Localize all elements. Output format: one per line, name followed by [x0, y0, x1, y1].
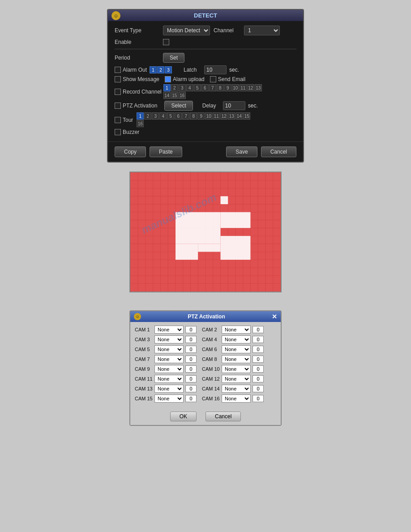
- tour-num-10[interactable]: 10: [205, 112, 212, 120]
- tour-checkbox[interactable]: [115, 117, 121, 123]
- ptz-cam16-select[interactable]: None: [222, 395, 251, 403]
- tour-num-16[interactable]: 16: [137, 120, 144, 127]
- tour-num-11[interactable]: 11: [213, 112, 220, 120]
- ptz-cam1-select[interactable]: None: [154, 326, 184, 334]
- rec-num-16[interactable]: 16: [179, 92, 186, 99]
- rec-num-4[interactable]: 4: [186, 84, 193, 91]
- rec-num-2[interactable]: 2: [171, 84, 178, 91]
- ptz-cam1-input[interactable]: [185, 326, 197, 333]
- tour-num-5[interactable]: 5: [167, 112, 174, 120]
- tour-num-2[interactable]: 2: [144, 112, 151, 120]
- tour-num-15[interactable]: 15: [243, 112, 250, 120]
- ptz-cam8-input[interactable]: [253, 356, 264, 363]
- rec-num-14[interactable]: 14: [163, 92, 171, 99]
- ptz-cam2-input[interactable]: [253, 326, 264, 333]
- tour-num-8[interactable]: 8: [190, 112, 197, 120]
- show-message-checkbox[interactable]: [115, 76, 121, 82]
- rec-num-13[interactable]: 13: [255, 84, 262, 91]
- ptz-activation-checkbox[interactable]: [115, 103, 121, 109]
- ptz-cam2-select[interactable]: None: [222, 326, 251, 334]
- send-email-checkbox[interactable]: [210, 76, 216, 82]
- ptz-cam15-input[interactable]: [185, 395, 197, 402]
- ptz-cam16-input[interactable]: [253, 395, 264, 402]
- alarm-num-2[interactable]: 2: [157, 66, 164, 73]
- rec-num-10[interactable]: 10: [232, 84, 239, 91]
- rec-num-5[interactable]: 5: [194, 84, 201, 91]
- rec-num-7[interactable]: 7: [209, 84, 216, 91]
- ptz-cam5-select[interactable]: None: [154, 345, 184, 353]
- ptz-cam10-input[interactable]: [253, 365, 264, 373]
- rec-num-12[interactable]: 12: [247, 84, 254, 91]
- tour-num-7[interactable]: 7: [182, 112, 189, 120]
- channel-select[interactable]: 1: [244, 26, 280, 35]
- ptz-cam6-input[interactable]: [253, 346, 264, 353]
- latch-label: Latch: [184, 67, 201, 73]
- ptz-cam12-label: CAM 12: [202, 376, 220, 382]
- rec-num-9[interactable]: 9: [224, 84, 231, 91]
- ptz-cam4-input[interactable]: [253, 336, 264, 343]
- cancel-button[interactable]: Cancel: [261, 146, 296, 157]
- period-set-button[interactable]: Set: [163, 53, 184, 63]
- tour-num-14[interactable]: 14: [235, 112, 243, 120]
- tour-num-9[interactable]: 9: [197, 112, 205, 120]
- alarm-num-3[interactable]: 3: [165, 66, 172, 73]
- ptz-ok-button[interactable]: OK: [170, 412, 197, 421]
- ptz-cancel-button[interactable]: Cancel: [206, 412, 241, 421]
- ptz-row-8: CAM 15 None CAM 16 None: [135, 395, 276, 403]
- ptz-select-button[interactable]: Select: [164, 101, 193, 111]
- ptz-cam10-label: CAM 10: [202, 366, 220, 372]
- ptz-close-button[interactable]: ✕: [272, 313, 277, 320]
- record-numbers: 1 2 3 4 5 6 7 8 9 10 11 12 13 14 15 16: [163, 84, 262, 99]
- motion-grid[interactable]: [129, 172, 282, 292]
- tour-num-13[interactable]: 13: [228, 112, 235, 120]
- event-type-select[interactable]: Motion Detect: [163, 26, 210, 35]
- delay-input[interactable]: [223, 101, 245, 110]
- ptz-row-3: CAM 5 None CAM 6 None: [135, 345, 276, 353]
- rec-num-1[interactable]: 1: [163, 84, 171, 91]
- ptz-cam9-input[interactable]: [185, 365, 197, 373]
- rec-num-15[interactable]: 15: [171, 92, 178, 99]
- tour-num-3[interactable]: 3: [152, 112, 159, 120]
- ptz-cam14-input[interactable]: [253, 385, 264, 392]
- ptz-cam11-select[interactable]: None: [154, 375, 184, 383]
- ptz-cam13-input[interactable]: [185, 385, 197, 392]
- ptz-cam12-input[interactable]: [253, 375, 264, 382]
- rec-num-8[interactable]: 8: [217, 84, 224, 91]
- tour-num-6[interactable]: 6: [175, 112, 182, 120]
- record-channel-checkbox[interactable]: [115, 89, 121, 95]
- alarm-num-1[interactable]: 1: [150, 66, 157, 73]
- rec-num-3[interactable]: 3: [179, 84, 186, 91]
- enable-checkbox[interactable]: [163, 39, 169, 45]
- rec-num-6[interactable]: 6: [201, 84, 209, 91]
- ptz-cam9-select[interactable]: None: [154, 365, 184, 373]
- rec-num-11[interactable]: 11: [240, 84, 247, 91]
- ptz-cam10-select[interactable]: None: [222, 365, 251, 373]
- ptz-cam3-select[interactable]: None: [154, 335, 184, 343]
- ptz-cam14-select[interactable]: None: [222, 385, 251, 393]
- tour-num-12[interactable]: 12: [220, 112, 227, 120]
- ptz-cam15-select[interactable]: None: [154, 395, 184, 403]
- ptz-cam11-input[interactable]: [185, 375, 197, 382]
- tour-text: Tour: [123, 117, 133, 123]
- ptz-cam3-input[interactable]: [185, 336, 197, 343]
- delay-unit: sec.: [248, 103, 258, 109]
- copy-button[interactable]: Copy: [115, 146, 146, 157]
- ptz-cam12-select[interactable]: None: [222, 375, 251, 383]
- paste-button[interactable]: Paste: [150, 146, 182, 157]
- latch-input[interactable]: [204, 65, 227, 74]
- tour-num-4[interactable]: 4: [159, 112, 167, 120]
- save-button[interactable]: Save: [226, 146, 257, 157]
- buzzer-label: Buzzer: [115, 129, 139, 135]
- ptz-cam7-select[interactable]: None: [154, 355, 184, 363]
- alarm-out-checkbox[interactable]: [115, 67, 121, 73]
- enable-row: Enable: [115, 39, 296, 45]
- tour-num-1[interactable]: 1: [137, 112, 144, 120]
- ptz-cam4-select[interactable]: None: [222, 335, 251, 343]
- ptz-cam8-select[interactable]: None: [222, 355, 251, 363]
- ptz-cam6-select[interactable]: None: [222, 345, 251, 353]
- buzzer-checkbox[interactable]: [115, 129, 121, 135]
- ptz-cam13-select[interactable]: None: [154, 385, 184, 393]
- alarm-upload-checkbox[interactable]: [165, 76, 171, 82]
- ptz-cam5-input[interactable]: [185, 346, 197, 353]
- ptz-cam7-input[interactable]: [185, 356, 197, 363]
